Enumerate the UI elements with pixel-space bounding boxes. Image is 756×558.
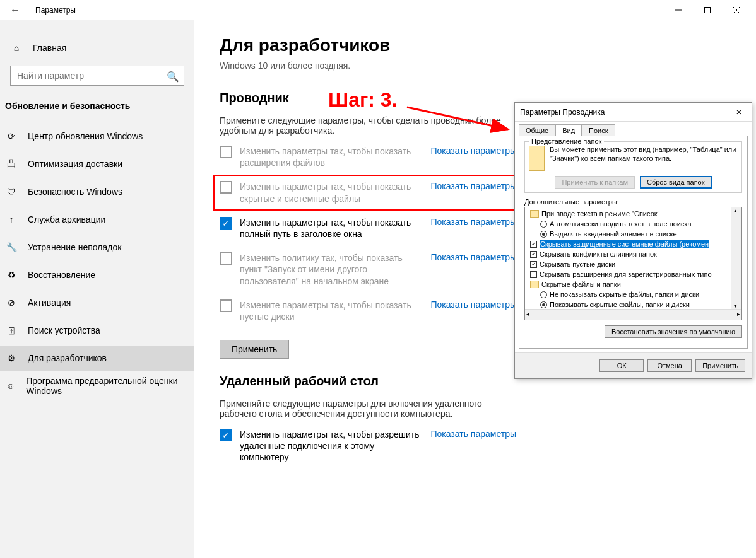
scrollbar-horizontal[interactable]: [525, 309, 741, 320]
show-settings-link[interactable]: Показать параметры: [430, 217, 516, 227]
show-settings-link[interactable]: Показать параметры: [430, 252, 516, 262]
nav-windows-security[interactable]: 🛡Безопасность Windows: [0, 179, 194, 204]
radio-icon: [540, 291, 547, 298]
page-title: Для разработчиков: [220, 35, 731, 55]
tree-check[interactable]: Скрывать пустые диски: [525, 259, 741, 269]
tree-radio[interactable]: Автоматически вводить текст в поле поиск…: [525, 219, 741, 229]
recovery-icon: ♻: [5, 270, 18, 280]
svg-rect-0: [705, 8, 711, 13]
insider-icon: ☺: [5, 381, 16, 391]
checkbox-on-icon: [530, 261, 537, 268]
checkbox-checked[interactable]: [220, 429, 232, 441]
search-icon: 🔍: [167, 71, 179, 83]
nav-find-device[interactable]: ⍐Поиск устройства: [0, 318, 194, 343]
scrollbar-vertical[interactable]: [731, 207, 741, 309]
checkbox[interactable]: [220, 146, 232, 158]
nav-windows-update[interactable]: ⟳Центр обновления Windows: [0, 124, 194, 149]
tab-general[interactable]: Общие: [519, 124, 555, 136]
setting-row-extensions: Изменить параметры так, чтобы показать р…: [220, 146, 516, 168]
tree-radio[interactable]: Выделять введенный элемент в списке: [525, 229, 741, 239]
show-settings-link[interactable]: Показать параметры: [430, 429, 516, 439]
apply-to-folders-button[interactable]: Применить к папкам: [555, 176, 635, 189]
svg-line-2: [407, 107, 508, 129]
apply-button[interactable]: Применить: [220, 340, 289, 359]
setting-row-empty-drives: Измените параметры так, чтобы показать п…: [220, 299, 516, 322]
checkbox[interactable]: [220, 181, 232, 194]
nav-delivery-optimization[interactable]: 凸Оптимизация доставки: [0, 151, 194, 177]
backup-icon: ↑: [5, 214, 18, 224]
group-text: Вы можете применить этот вид (например, …: [550, 146, 738, 171]
restore-defaults-button[interactable]: Восстановить значения по умолчанию: [605, 325, 742, 338]
dialog-title: Параметры Проводника: [520, 108, 605, 117]
advanced-tree[interactable]: При вводе текста в режиме "Список" Автом…: [524, 207, 742, 320]
arrow-annotation: [404, 104, 517, 142]
show-settings-link[interactable]: Показать параметры: [430, 299, 516, 310]
titlebar: ← Параметры: [0, 0, 756, 20]
remote-desc: Применяйте следующие параметры для включ…: [220, 398, 510, 419]
dialog-footer: ОК Отмена Применить: [515, 352, 752, 378]
dialog-titlebar[interactable]: Параметры Проводника ✕: [515, 103, 752, 122]
radio-icon: [540, 221, 547, 228]
location-icon: ⍐: [5, 325, 18, 335]
nav-backup[interactable]: ↑Служба архивации: [0, 207, 194, 232]
tab-view[interactable]: Вид: [555, 124, 582, 136]
checkbox-icon: [530, 271, 537, 278]
search-input[interactable]: [10, 66, 184, 86]
home-icon: ⌂: [10, 43, 23, 53]
tree-folder[interactable]: При вводе текста в режиме "Список": [525, 209, 741, 219]
folder-icon: [529, 146, 545, 171]
show-settings-link[interactable]: Показать параметры: [430, 181, 516, 191]
tree-check[interactable]: Скрывать расширения для зарегистрированн…: [525, 269, 741, 279]
ok-button[interactable]: ОК: [599, 359, 644, 372]
tree-check-selected[interactable]: Скрывать защищенные системные файлы (рек…: [525, 239, 741, 249]
folder-views-group: Представление папок Вы можете применить …: [524, 141, 742, 193]
nav-insider[interactable]: ☺Программа предварительной оценки Window…: [0, 373, 194, 398]
apply-button[interactable]: Применить: [695, 359, 745, 372]
checkbox-on-icon: [530, 241, 537, 248]
dialog-close-button[interactable]: ✕: [731, 108, 747, 117]
delivery-icon: 凸: [5, 158, 18, 170]
minimize-button[interactable]: [664, 0, 693, 20]
shield-icon: 🛡: [5, 187, 18, 197]
checkbox-checked[interactable]: [220, 217, 232, 230]
folder-icon: [530, 210, 539, 218]
folder-options-dialog: Параметры Проводника ✕ Общие Вид Поиск П…: [514, 102, 752, 379]
tree-radio[interactable]: Не показывать скрытые файлы, папки и дис…: [525, 289, 741, 299]
category-header: Обновление и безопасность: [0, 96, 194, 121]
nav-troubleshoot[interactable]: 🔧Устранение неполадок: [0, 235, 194, 260]
search-box[interactable]: 🔍: [10, 66, 184, 86]
close-button[interactable]: [722, 0, 751, 20]
checkbox-on-icon: [530, 251, 537, 258]
wrench-icon: 🔧: [5, 242, 18, 252]
checkbox[interactable]: [220, 299, 232, 312]
sync-icon: ⟳: [5, 131, 18, 141]
checkbox[interactable]: [220, 252, 232, 265]
step-annotation: Шаг: 3.: [328, 88, 398, 112]
folder-icon: [530, 281, 539, 288]
tab-body: Представление папок Вы можете применить …: [519, 136, 748, 349]
dialog-tabs: Общие Вид Поиск: [515, 122, 752, 136]
setting-row-full-path: Изменить параметры так, чтобы показать п…: [220, 217, 516, 240]
show-settings-link[interactable]: Показать параметры: [430, 146, 516, 156]
maximize-button[interactable]: [693, 0, 722, 20]
page-subtitle: Windows 10 или более поздняя.: [220, 61, 731, 71]
home-link[interactable]: ⌂ Главная: [5, 35, 189, 61]
tree-radio[interactable]: Показывать скрытые файлы, папки и диски: [525, 299, 741, 310]
sidebar: ⌂ Главная 🔍 Обновление и безопасность ⟳Ц…: [0, 20, 194, 558]
tab-search[interactable]: Поиск: [582, 124, 615, 136]
reset-folders-button[interactable]: Сброс вида папок: [640, 176, 712, 189]
setting-row-remote: Изменить параметры так, чтобы разрешить …: [220, 429, 516, 463]
tree-check[interactable]: Скрывать конфликты слияния папок: [525, 249, 741, 259]
nav-recovery[interactable]: ♻Восстановление: [0, 262, 194, 288]
radio-on-icon: [540, 301, 547, 308]
tree-folder[interactable]: Скрытые файлы и папки: [525, 279, 741, 289]
cancel-button[interactable]: Отмена: [647, 359, 692, 372]
nav-activation[interactable]: ⊘Активация: [0, 290, 194, 315]
radio-on-icon: [540, 231, 547, 238]
setting-row-hidden-files: Изменить параметры так, чтобы показать с…: [220, 181, 516, 204]
nav-for-developers[interactable]: ⚙Для разработчиков: [0, 346, 194, 371]
back-button[interactable]: ←: [5, 4, 25, 16]
developer-icon: ⚙: [5, 353, 18, 363]
home-label: Главная: [33, 43, 66, 53]
advanced-label: Дополнительные параметры:: [524, 198, 742, 206]
